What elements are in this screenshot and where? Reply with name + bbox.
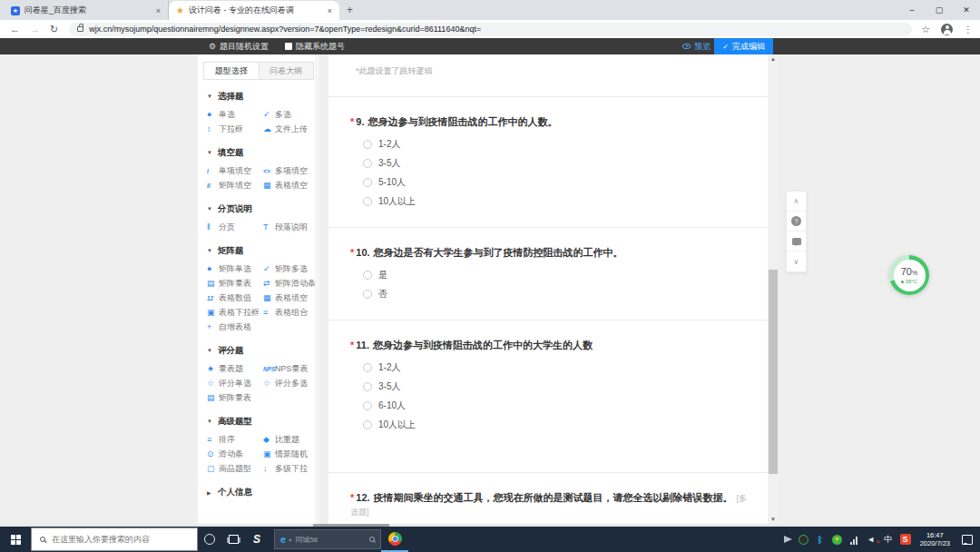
sidebar-item[interactable]: ◆ 比重题 [263, 432, 318, 447]
taskbar-clock[interactable]: 16:47 2020/7/23 [920, 531, 950, 547]
sidebar-item[interactable]: ☆ 评分单选 [207, 376, 263, 390]
sidebar-item[interactable]: ☁ 文件上传 [263, 122, 318, 136]
random-settings-button[interactable]: 题目随机设置 [220, 41, 269, 53]
cortana-button[interactable] [198, 527, 221, 552]
sidebar-item[interactable]: ✓ 矩阵多选 [263, 261, 318, 276]
help-button[interactable]: ? [787, 212, 806, 232]
hide-system-number-label[interactable]: 隐藏系统题号 [296, 41, 345, 53]
question-block[interactable]: *9.您身边参与到疫情阻击战的工作中的人数。 1-2人 3-5人 5-10人 1… [328, 97, 768, 228]
sidebar-section-header[interactable]: ▼ 矩阵题 [207, 245, 319, 256]
sidebar-section-header[interactable]: ▼ 评分题 [207, 345, 319, 356]
radio-icon[interactable] [363, 290, 372, 299]
sidebar-item[interactable]: ☆ 评分多选 [263, 376, 318, 390]
taskbar-news-widget[interactable]: e ▾ 同城58 [274, 529, 381, 549]
sidebar-item[interactable]: ✓ 多选 [263, 107, 318, 122]
sidebar-item[interactable]: ▦ 表格填空 [263, 291, 318, 305]
radio-icon[interactable] [363, 401, 372, 410]
sidebar-item[interactable]: ≡ 表格组合 [263, 305, 318, 320]
close-icon[interactable]: ✕ [953, 5, 980, 15]
sidebar-item[interactable]: T 段落说明 [263, 220, 318, 234]
preview-button[interactable]: 预览 [682, 38, 710, 54]
scroll-up-icon[interactable]: ▲ [768, 54, 779, 64]
sidebar-item[interactable]: ▣ 情景随机 [263, 447, 318, 461]
sidebar-scrollbar[interactable] [315, 54, 319, 527]
sidebar-item[interactable]: ▤ 矩阵量表 [207, 276, 263, 291]
scroll-down-icon[interactable]: ▼ [768, 515, 779, 524]
sidebar-item[interactable]: ● 单选 [207, 107, 263, 122]
sidebar-item[interactable]: ↓ 多级下拉 [263, 461, 318, 476]
url-box[interactable]: wjx.cn/mysojump/questionnairemng/designn… [69, 23, 912, 36]
maximize-icon[interactable]: ▢ [926, 5, 953, 15]
pinned-app-button[interactable]: S [245, 527, 269, 552]
input-language-icon[interactable]: 中 [883, 534, 894, 545]
tray-sync-icon[interactable] [799, 535, 808, 545]
tab-outline[interactable]: 问卷大纲 [260, 62, 315, 80]
back-icon[interactable]: ← [10, 24, 20, 34]
scrollbar-thumb[interactable] [769, 270, 778, 474]
radio-icon[interactable] [363, 140, 372, 149]
question-block[interactable]: *10.您身边是否有大学生参与到了疫情防控阻击战的工作中。 是 否 [328, 228, 768, 320]
volume-muted-icon[interactable]: ◄ [866, 534, 877, 545]
radio-icon[interactable] [363, 363, 372, 372]
forward-icon[interactable]: → [30, 24, 40, 34]
refresh-icon[interactable]: ↻ [50, 24, 58, 35]
sidebar-item[interactable]: ≡ 排序 [207, 432, 263, 447]
radio-icon[interactable] [363, 159, 372, 168]
sidebar-section-header[interactable]: ▼ 选择题 [207, 91, 319, 102]
sidebar-item[interactable]: NPS NPS量表 [263, 361, 318, 376]
sidebar-item[interactable]: <> 多项填空 [263, 163, 318, 178]
tray-plane-icon[interactable] [784, 536, 792, 543]
radio-icon[interactable] [363, 178, 372, 187]
option-row[interactable]: 3-5人 [363, 153, 750, 172]
sogou-input-icon[interactable]: S [900, 534, 911, 545]
browser-menu-icon[interactable]: ⋮ [964, 25, 973, 34]
task-view-button[interactable] [221, 527, 245, 552]
sidebar-item[interactable]: ▤ 矩阵量表 [207, 390, 263, 405]
browser-tab-2-active[interactable]: ★ 设计问卷 - 专业的在线问卷调 × [169, 1, 339, 20]
scroll-bottom-button[interactable]: ∨ [787, 251, 806, 271]
browser-tab-1[interactable]: ★ 问卷星_百度搜索 × [4, 1, 169, 20]
sidebar-item[interactable]: ↕ 下拉框 [207, 122, 263, 136]
feedback-button[interactable] [787, 232, 806, 251]
bluetooth-icon[interactable]: ᛒ [815, 534, 826, 545]
option-row[interactable]: 10人以上 [363, 192, 750, 211]
option-row[interactable]: 1-2人 [363, 134, 750, 153]
sidebar-item[interactable]: ★ 量表题 [207, 361, 263, 376]
network-icon[interactable] [848, 534, 859, 545]
sidebar-item[interactable]: + 自增表格 [207, 320, 263, 334]
tray-health-icon[interactable]: + [832, 535, 842, 545]
sidebar-section-header[interactable]: ▶ 个人信息 [207, 487, 319, 498]
sidebar-section-header[interactable]: ▼ 高级题型 [207, 416, 319, 427]
option-row[interactable]: 6-10人 [363, 396, 750, 415]
option-row[interactable]: 是 [363, 265, 750, 284]
radio-icon[interactable] [363, 420, 372, 429]
sidebar-item[interactable]: I 单项填空 [207, 163, 263, 178]
scroll-top-button[interactable]: ∧ [787, 192, 806, 212]
radio-icon[interactable] [363, 197, 372, 206]
sidebar-item[interactable]: II 矩阵填空 [207, 178, 263, 192]
profile-avatar-icon[interactable] [941, 24, 953, 35]
sidebar-item[interactable]: 12 表格数值 [207, 291, 263, 305]
start-button[interactable] [0, 527, 31, 552]
search-input[interactable] [52, 535, 188, 544]
option-row[interactable]: 3-5人 [363, 377, 750, 396]
sidebar-item[interactable]: ⊙ 滑动条 [207, 447, 263, 461]
question-block[interactable]: *12.疫情期间乘坐的交通工具，您现在所做的是测试题目，请您全选以剔除错误数据。… [328, 473, 768, 524]
sidebar-section-header[interactable]: ▼ 填空题 [207, 147, 319, 158]
tab-question-types[interactable]: 题型选择 [203, 62, 260, 80]
sidebar-section-header[interactable]: ▼ 分页说明 [207, 203, 319, 214]
radio-icon[interactable] [363, 271, 372, 280]
hide-number-checkbox[interactable] [285, 43, 292, 50]
radio-icon[interactable] [363, 382, 372, 391]
finish-edit-button[interactable]: ✓ 完成编辑 [714, 38, 773, 54]
bookmark-star-icon[interactable]: ☆ [921, 24, 930, 35]
sidebar-item[interactable]: ● 矩阵单选 [207, 261, 263, 276]
chrome-taskbar-button[interactable] [381, 527, 408, 552]
sidebar-item[interactable]: ▢ 商品题型 [207, 461, 263, 476]
tab-close-icon[interactable]: × [156, 6, 161, 15]
new-tab-button[interactable]: + [347, 4, 353, 16]
editor-scrollbar[interactable]: ▲ ▼ [768, 54, 779, 524]
question-block[interactable]: *11.您身边参与到疫情阻击战的工作中的大学生的人数 1-2人 3-5人 6-1… [328, 320, 768, 473]
sidebar-item[interactable]: ▣ 表格下拉框 [207, 305, 263, 320]
battery-widget[interactable]: 70% 38°C [889, 255, 929, 295]
